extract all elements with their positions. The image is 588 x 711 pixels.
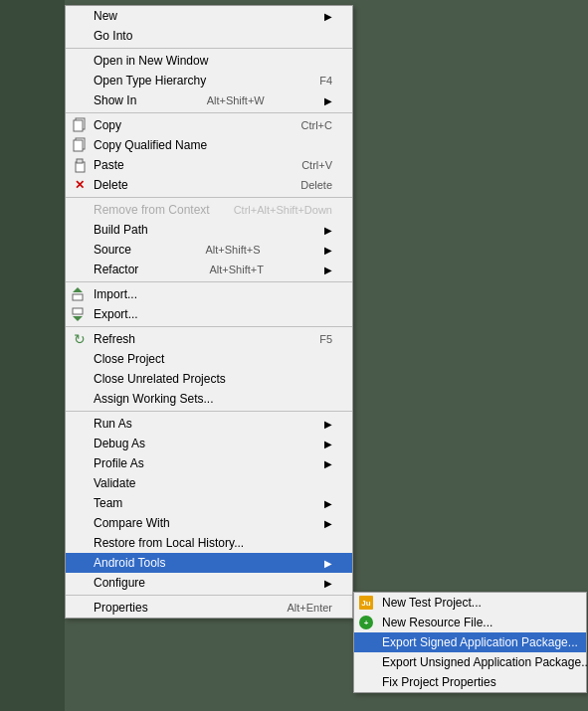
svg-rect-6 bbox=[73, 294, 83, 300]
validate-label: Validate bbox=[94, 476, 135, 490]
export-signed-label: Export Signed Application Package... bbox=[382, 635, 578, 649]
run-as-label: Run As bbox=[94, 417, 132, 431]
configure-label: Configure bbox=[94, 576, 145, 590]
menu-item-assign-working-sets[interactable]: Assign Working Sets... bbox=[66, 389, 352, 409]
menu-item-source[interactable]: Source Alt+Shift+S ▶ bbox=[66, 240, 352, 260]
refresh-label: Refresh bbox=[94, 332, 135, 346]
import-icon bbox=[72, 286, 88, 302]
menu-item-compare-with[interactable]: Compare With ▶ bbox=[66, 513, 352, 533]
menu-item-new-resource-file[interactable]: + New Resource File... bbox=[354, 613, 586, 632]
menu-item-debug-as[interactable]: Debug As ▶ bbox=[66, 434, 352, 453]
restore-from-history-label: Restore from Local History... bbox=[94, 536, 244, 550]
menu-item-fix-project-properties[interactable]: Fix Project Properties bbox=[354, 672, 586, 692]
submenu-arrow-compare-with: ▶ bbox=[314, 518, 332, 529]
menu-item-close-project[interactable]: Close Project bbox=[66, 349, 352, 369]
submenu-arrow-android-tools: ▶ bbox=[314, 558, 332, 569]
menu-item-build-path[interactable]: Build Path ▶ bbox=[66, 220, 352, 240]
delete-icon: ✕ bbox=[72, 177, 88, 193]
submenu-arrow-build-path: ▶ bbox=[314, 225, 332, 236]
menu-item-restore-from-history[interactable]: Restore from Local History... bbox=[66, 533, 352, 553]
menu-item-new-test-project[interactable]: Ju New Test Project... bbox=[354, 593, 586, 613]
debug-as-label: Debug As bbox=[94, 437, 145, 450]
build-path-label: Build Path bbox=[94, 223, 148, 237]
ctrl-alt-shift-down-shortcut: Ctrl+Alt+Shift+Down bbox=[214, 204, 332, 216]
export-icon bbox=[72, 306, 88, 322]
submenu-arrow-debug-as: ▶ bbox=[314, 439, 332, 449]
copy-qualified-label: Copy Qualified Name bbox=[94, 138, 207, 152]
menu-item-refactor[interactable]: Refactor Alt+Shift+T ▶ bbox=[66, 260, 352, 279]
test-project-icon: Ju bbox=[358, 595, 374, 611]
menu-item-delete[interactable]: ✕ Delete Delete bbox=[66, 175, 352, 195]
separator-3 bbox=[66, 197, 352, 198]
submenu-arrow-profile-as: ▶ bbox=[314, 458, 332, 469]
copy-label: Copy bbox=[94, 118, 121, 132]
compare-with-label: Compare With bbox=[94, 516, 170, 530]
new-test-project-label: New Test Project... bbox=[382, 596, 482, 610]
menu-item-open-type-hierarchy[interactable]: Open Type Hierarchy F4 bbox=[66, 71, 352, 90]
fix-project-properties-label: Fix Project Properties bbox=[382, 675, 496, 689]
menu-item-open-new-window[interactable]: Open in New Window bbox=[66, 51, 352, 71]
close-unrelated-label: Close Unrelated Projects bbox=[94, 372, 226, 386]
menu-item-import[interactable]: Import... bbox=[66, 284, 352, 304]
profile-as-label: Profile As bbox=[94, 456, 144, 470]
f4-shortcut: F4 bbox=[299, 75, 332, 87]
menu-item-run-as[interactable]: Run As ▶ bbox=[66, 414, 352, 434]
context-menu: New ▶ Go Into Open in New Window Open Ty… bbox=[65, 5, 353, 619]
menu-item-export-unsigned[interactable]: Export Unsigned Application Package... bbox=[354, 652, 586, 672]
submenu-arrow-source: ▶ bbox=[314, 245, 332, 256]
svg-text:Ju: Ju bbox=[361, 599, 370, 608]
menu-item-refresh[interactable]: ↻ Refresh F5 bbox=[66, 329, 352, 349]
menu-item-team[interactable]: Team ▶ bbox=[66, 493, 352, 513]
menu-item-validate[interactable]: Validate bbox=[66, 473, 352, 493]
menu-item-remove-from-context[interactable]: Remove from Context Ctrl+Alt+Shift+Down bbox=[66, 200, 352, 220]
menu-item-close-unrelated[interactable]: Close Unrelated Projects bbox=[66, 369, 352, 389]
android-tools-label: Android Tools bbox=[94, 556, 166, 570]
submenu-arrow-team: ▶ bbox=[314, 498, 332, 509]
ctrl-c-shortcut: Ctrl+C bbox=[282, 119, 332, 131]
go-into-label: Go Into bbox=[94, 29, 132, 43]
svg-rect-8 bbox=[73, 308, 83, 314]
new-resource-file-label: New Resource File... bbox=[382, 616, 492, 629]
svg-marker-7 bbox=[73, 287, 83, 292]
menu-item-android-tools[interactable]: Android Tools ▶ bbox=[66, 553, 352, 573]
open-new-window-label: Open in New Window bbox=[94, 54, 208, 68]
svg-marker-9 bbox=[73, 316, 83, 321]
menu-item-show-in[interactable]: Show In Alt+Shift+W ▶ bbox=[66, 90, 352, 110]
submenu-arrow-show-in: ▶ bbox=[314, 95, 332, 106]
menu-item-export-signed[interactable]: Export Signed Application Package... bbox=[354, 632, 586, 652]
menu-item-copy-qualified[interactable]: Copy Qualified Name bbox=[66, 135, 352, 155]
android-tools-submenu: Ju New Test Project... + New Resource Fi… bbox=[353, 592, 587, 693]
resource-file-icon: + bbox=[358, 615, 374, 630]
menu-item-properties[interactable]: Properties Alt+Enter bbox=[66, 598, 352, 618]
submenu-arrow-refactor: ▶ bbox=[314, 265, 332, 275]
menu-item-go-into[interactable]: Go Into bbox=[66, 26, 352, 46]
import-label: Import... bbox=[94, 287, 137, 301]
menu-item-export[interactable]: Export... bbox=[66, 304, 352, 324]
separator-4 bbox=[66, 281, 352, 282]
separator-6 bbox=[66, 411, 352, 412]
submenu-arrow: ▶ bbox=[314, 11, 332, 22]
delete-label: Delete bbox=[94, 178, 128, 192]
assign-working-sets-label: Assign Working Sets... bbox=[94, 392, 214, 406]
remove-from-context-label: Remove from Context bbox=[94, 203, 210, 217]
menu-item-copy[interactable]: Copy Ctrl+C bbox=[66, 115, 352, 135]
source-label: Source bbox=[94, 243, 131, 257]
svg-rect-1 bbox=[74, 120, 83, 131]
svg-rect-5 bbox=[77, 159, 83, 163]
alt-shift-t-shortcut: Alt+Shift+T bbox=[189, 264, 263, 275]
show-in-label: Show In bbox=[94, 93, 136, 107]
background-panel bbox=[0, 0, 65, 711]
menu-item-profile-as[interactable]: Profile As ▶ bbox=[66, 453, 352, 473]
svg-rect-3 bbox=[74, 140, 83, 151]
alt-shift-s-shortcut: Alt+Shift+S bbox=[185, 244, 260, 256]
menu-item-configure[interactable]: Configure ▶ bbox=[66, 573, 352, 593]
menu-item-new[interactable]: New ▶ bbox=[66, 6, 352, 26]
submenu-arrow-configure: ▶ bbox=[314, 578, 332, 589]
close-project-label: Close Project bbox=[94, 352, 164, 366]
delete-key-shortcut: Delete bbox=[281, 179, 332, 191]
paste-label: Paste bbox=[94, 158, 124, 172]
paste-icon bbox=[72, 157, 88, 173]
copy-icon bbox=[72, 117, 88, 133]
team-label: Team bbox=[94, 496, 122, 510]
menu-item-paste[interactable]: Paste Ctrl+V bbox=[66, 155, 352, 175]
